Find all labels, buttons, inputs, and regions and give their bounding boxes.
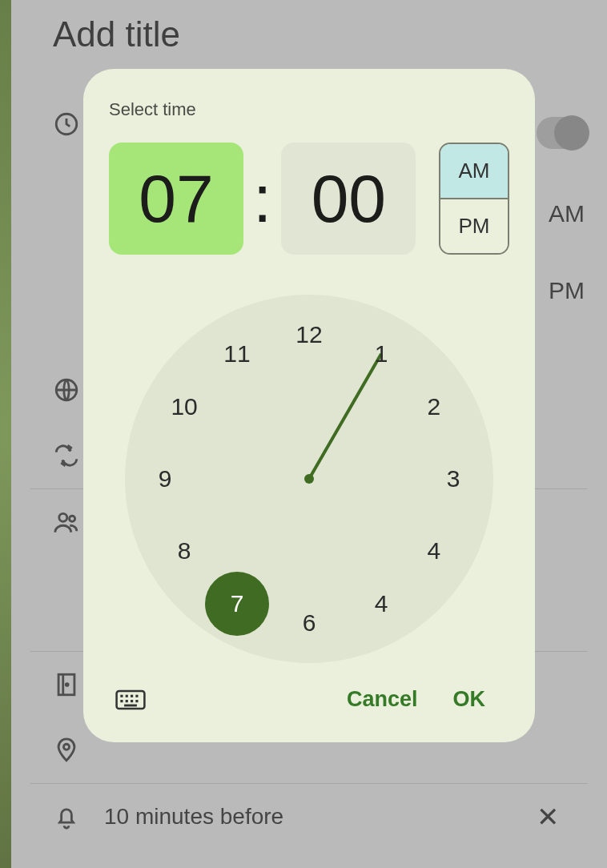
svg-rect-12 bbox=[120, 700, 123, 702]
time-picker-dialog: Select time 07 : 00 AM PM 12123446789101… bbox=[83, 69, 535, 742]
svg-rect-9 bbox=[126, 694, 128, 697]
clock-hour[interactable]: 2 bbox=[415, 388, 453, 426]
clock-hour[interactable]: 10 bbox=[165, 388, 203, 426]
am-button[interactable]: AM bbox=[440, 144, 508, 198]
minute-field[interactable]: 00 bbox=[281, 143, 416, 255]
ok-button[interactable]: OK bbox=[436, 679, 504, 720]
cancel-button[interactable]: Cancel bbox=[329, 679, 436, 720]
time-colon: : bbox=[251, 160, 273, 238]
hour-field[interactable]: 07 bbox=[109, 143, 243, 255]
clock-hour[interactable]: 6 bbox=[290, 604, 328, 642]
svg-rect-15 bbox=[135, 700, 138, 702]
clock-hour[interactable]: 3 bbox=[434, 460, 472, 498]
clock-face[interactable]: 121234467891011 bbox=[125, 295, 493, 663]
dialog-title: Select time bbox=[109, 99, 509, 120]
ampm-toggle: AM PM bbox=[439, 143, 509, 255]
clock-hour[interactable]: 4 bbox=[362, 585, 400, 623]
svg-rect-8 bbox=[120, 694, 123, 697]
svg-rect-16 bbox=[124, 704, 137, 706]
clock-hour[interactable]: 1 bbox=[362, 335, 400, 373]
svg-rect-13 bbox=[126, 700, 128, 702]
clock-hour[interactable]: 9 bbox=[146, 460, 184, 498]
clock-hour[interactable]: 11 bbox=[218, 335, 256, 373]
clock-hour[interactable]: 4 bbox=[415, 532, 453, 570]
svg-rect-10 bbox=[131, 694, 133, 697]
clock-hour[interactable]: 12 bbox=[290, 315, 328, 354]
svg-rect-11 bbox=[135, 694, 138, 697]
svg-rect-14 bbox=[131, 700, 133, 702]
clock-hour-selected[interactable]: 7 bbox=[205, 572, 269, 636]
pm-button[interactable]: PM bbox=[440, 198, 508, 253]
keyboard-icon[interactable] bbox=[115, 689, 146, 711]
clock-hour[interactable]: 8 bbox=[165, 532, 203, 570]
